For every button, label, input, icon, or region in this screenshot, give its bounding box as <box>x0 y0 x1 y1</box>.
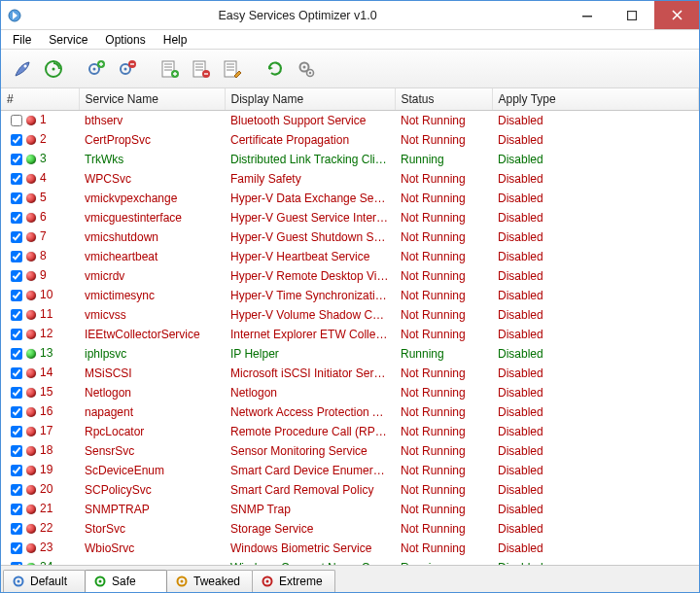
status-text: Not Running <box>395 383 492 402</box>
toolbar-scan[interactable] <box>40 55 67 83</box>
table-row[interactable]: 5vmickvpexchangeHyper-V Data Exchange Se… <box>1 189 699 208</box>
table-row[interactable]: 6vmicguestinterfaceHyper-V Guest Service… <box>1 208 699 227</box>
apply-type: Disabled <box>492 130 699 150</box>
display-name: Hyper-V Guest Shutdown Service <box>225 227 395 247</box>
row-checkbox[interactable] <box>11 231 22 243</box>
row-checkbox[interactable] <box>11 484 22 496</box>
toolbar-list-add[interactable] <box>157 55 184 83</box>
row-number: 4 <box>40 171 47 185</box>
display-name: Hyper-V Heartbeat Service <box>225 247 395 266</box>
menu-help[interactable]: Help <box>156 31 195 49</box>
row-checkbox[interactable] <box>11 426 22 437</box>
tab-tweaked[interactable]: Tweaked <box>166 570 253 592</box>
apply-type: Disabled <box>492 441 699 461</box>
row-number: 17 <box>40 424 52 437</box>
row-checkbox[interactable] <box>11 154 22 165</box>
row-checkbox[interactable] <box>11 523 22 535</box>
toolbar-rocket[interactable] <box>9 55 36 83</box>
row-checkbox[interactable] <box>11 504 22 515</box>
apply-type: Disabled <box>492 500 699 519</box>
display-name: Microsoft iSCSI Initiator Service <box>225 364 395 383</box>
table-row[interactable]: 20SCPolicySvcSmart Card Removal PolicyNo… <box>1 480 699 500</box>
apply-type: Disabled <box>492 422 699 441</box>
row-checkbox[interactable] <box>11 270 22 282</box>
table-row[interactable]: 9vmicrdvHyper-V Remote Desktop Virtu…Not… <box>1 266 699 286</box>
row-checkbox[interactable] <box>11 445 22 457</box>
status-dot-icon <box>26 291 36 300</box>
table-row[interactable]: 14MSiSCSIMicrosoft iSCSI Initiator Servi… <box>1 364 699 383</box>
row-checkbox[interactable] <box>11 329 22 340</box>
table-row[interactable]: 22StorSvcStorage ServiceNot RunningDisab… <box>1 519 699 539</box>
toolbar-list-remove[interactable] <box>188 55 215 83</box>
table-row[interactable]: 24wcncsvcWindows Connect Now - Config…Ru… <box>1 558 699 565</box>
status-text: Not Running <box>395 325 492 344</box>
table-row[interactable]: 10vmictimesyncHyper-V Time Synchronizati… <box>1 286 699 305</box>
table-row[interactable]: 4WPCSvcFamily SafetyNot RunningDisabled <box>1 169 699 189</box>
table-row[interactable]: 23WbioSrvcWindows Biometric ServiceNot R… <box>1 539 699 558</box>
close-button[interactable] <box>654 1 699 29</box>
row-checkbox[interactable] <box>11 562 22 565</box>
status-dot-icon <box>26 368 36 378</box>
toolbar-gear-remove[interactable] <box>114 55 141 83</box>
service-name: RpcLocator <box>79 422 225 441</box>
toolbar-gear-plus[interactable] <box>83 55 110 83</box>
row-checkbox[interactable] <box>11 134 22 146</box>
window-controls <box>565 1 699 29</box>
table-row[interactable]: 13iphlpsvcIP HelperRunningDisabled <box>1 344 699 364</box>
status-text: Not Running <box>395 539 492 558</box>
table-row[interactable]: 1bthservBluetooth Support ServiceNot Run… <box>1 111 699 131</box>
table-row[interactable]: 16napagentNetwork Access Protection Agen… <box>1 402 699 422</box>
table-row[interactable]: 21SNMPTRAPSNMP TrapNot RunningDisabled <box>1 500 699 519</box>
table-row[interactable]: 2CertPropSvcCertificate PropagationNot R… <box>1 130 699 150</box>
row-checkbox[interactable] <box>11 348 22 360</box>
service-name: SensrSvc <box>79 441 225 461</box>
display-name: SNMP Trap <box>225 500 395 519</box>
tab-extreme[interactable]: Extreme <box>252 570 335 592</box>
row-checkbox[interactable] <box>11 192 22 204</box>
tab-safe[interactable]: Safe <box>85 570 167 592</box>
table-row[interactable]: 7vmicshutdownHyper-V Guest Shutdown Serv… <box>1 227 699 247</box>
col-header-apply[interactable]: Apply Type <box>492 88 699 111</box>
row-checkbox[interactable] <box>11 406 22 418</box>
toolbar-list-edit[interactable] <box>219 55 246 83</box>
toolbar-refresh[interactable] <box>262 55 289 83</box>
row-checkbox[interactable] <box>11 387 22 399</box>
table-row[interactable]: 3TrkWksDistributed Link Tracking ClientR… <box>1 150 699 169</box>
row-checkbox[interactable] <box>11 251 22 262</box>
row-checkbox[interactable] <box>11 173 22 185</box>
col-header-display[interactable]: Display Name <box>225 88 395 111</box>
table-row[interactable]: 18SensrSvcSensor Monitoring ServiceNot R… <box>1 441 699 461</box>
menu-file[interactable]: File <box>5 31 39 49</box>
status-text: Not Running <box>395 480 492 500</box>
row-checkbox[interactable] <box>11 542 22 554</box>
table-row[interactable]: 19ScDeviceEnumSmart Card Device Enumerat… <box>1 461 699 480</box>
row-checkbox[interactable] <box>11 367 22 379</box>
table-row[interactable]: 11vmicvssHyper-V Volume Shadow Copy …Not… <box>1 305 699 325</box>
status-dot-icon <box>26 330 36 339</box>
status-dot-icon <box>26 193 36 203</box>
menu-service[interactable]: Service <box>41 31 95 49</box>
minimize-button[interactable] <box>565 1 610 29</box>
row-checkbox[interactable] <box>11 465 22 476</box>
apply-type: Disabled <box>492 364 699 383</box>
display-name: Hyper-V Volume Shadow Copy … <box>225 305 395 325</box>
row-checkbox[interactable] <box>11 290 22 301</box>
col-header-number[interactable]: # <box>1 88 79 111</box>
gear-icon <box>175 575 189 588</box>
table-row[interactable]: 17RpcLocatorRemote Procedure Call (RPC) … <box>1 422 699 441</box>
service-table-wrap[interactable]: # Service Name Display Name Status Apply… <box>1 88 699 565</box>
toolbar-settings[interactable] <box>293 55 320 83</box>
maximize-button[interactable] <box>610 1 654 29</box>
row-checkbox[interactable] <box>11 115 22 126</box>
title-bar: Easy Services Optimizer v1.0 <box>1 1 699 30</box>
gear-icon <box>93 575 107 588</box>
row-checkbox[interactable] <box>11 309 22 321</box>
table-row[interactable]: 8vmicheartbeatHyper-V Heartbeat ServiceN… <box>1 247 699 266</box>
col-header-service[interactable]: Service Name <box>79 88 225 111</box>
col-header-status[interactable]: Status <box>395 88 492 111</box>
table-row[interactable]: 12IEEtwCollectorServiceInternet Explorer… <box>1 325 699 344</box>
menu-options[interactable]: Options <box>97 31 153 49</box>
tab-default[interactable]: Default <box>3 570 86 592</box>
row-checkbox[interactable] <box>11 212 22 224</box>
table-row[interactable]: 15NetlogonNetlogonNot RunningDisabled <box>1 383 699 402</box>
